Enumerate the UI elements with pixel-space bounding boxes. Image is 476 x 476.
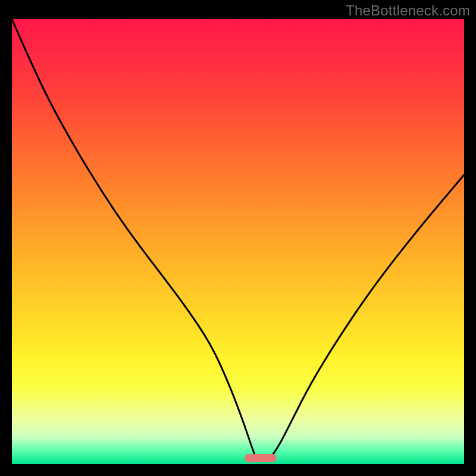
chart-frame: TheBottleneck.com <box>0 0 476 476</box>
optimum-marker <box>245 454 276 462</box>
plot-area <box>12 19 464 464</box>
bottleneck-curve <box>12 19 464 464</box>
watermark-text: TheBottleneck.com <box>346 2 470 19</box>
